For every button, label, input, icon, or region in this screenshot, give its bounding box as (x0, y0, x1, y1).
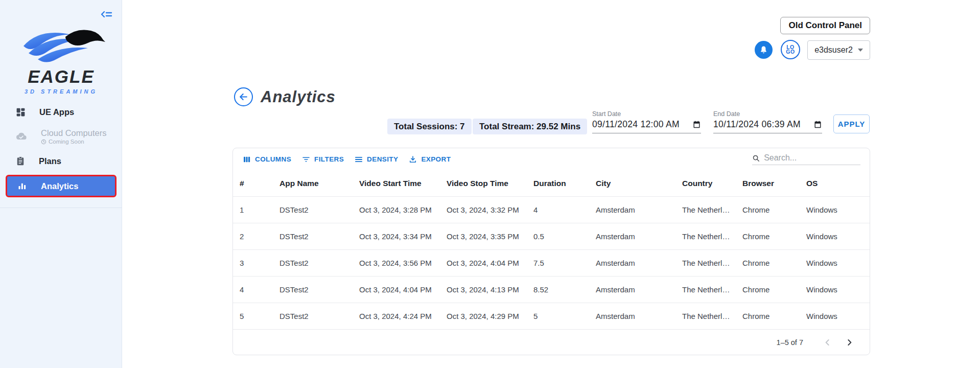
calendar-icon[interactable] (813, 120, 822, 129)
chevron-left-icon (823, 337, 833, 348)
table-header-row: #App NameVideo Start TimeVideo Stop Time… (233, 170, 870, 197)
cloud-icon (15, 130, 28, 143)
start-date-value: 09/11/2024 12:00 AM (592, 119, 680, 130)
density-button-label: DENSITY (367, 155, 398, 163)
sidebar: EAGLE 3D STREAMING UE Apps Cloud Compute… (0, 0, 122, 368)
table-body: 1DSTest2Oct 3, 2024, 3:28 PMOct 3, 2024,… (233, 197, 870, 330)
previous-page-button[interactable] (821, 335, 835, 350)
column-header[interactable]: Browser (737, 179, 801, 188)
search-icon (752, 154, 760, 163)
table-row[interactable]: 3DSTest2Oct 3, 2024, 3:56 PMOct 3, 2024,… (233, 250, 870, 277)
column-header[interactable]: City (591, 179, 677, 188)
table-cell: Amsterdam (591, 259, 677, 267)
table-cell: 2 (233, 232, 274, 241)
end-date-value: 10/11/2024 06:39 AM (713, 119, 801, 130)
column-header[interactable]: Video Stop Time (441, 179, 528, 188)
column-header[interactable]: Country (677, 179, 737, 188)
clipboard-icon (15, 155, 26, 167)
next-page-button[interactable] (842, 335, 856, 350)
old-control-panel-button[interactable]: Old Control Panel (780, 17, 870, 34)
export-button-label: EXPORT (421, 155, 451, 163)
table-cell: Amsterdam (591, 205, 677, 214)
table-cell: Oct 3, 2024, 4:04 PM (441, 259, 528, 267)
sidebar-item-label: Plans (39, 156, 61, 166)
view-columns-icon (242, 155, 251, 164)
columns-button[interactable]: COLUMNS (237, 152, 296, 167)
table-row[interactable]: 1DSTest2Oct 3, 2024, 3:28 PMOct 3, 2024,… (233, 197, 870, 223)
collapse-sidebar-icon[interactable] (100, 8, 112, 20)
app-logo-button[interactable]: LO GO (781, 40, 800, 59)
table-cell: Oct 3, 2024, 3:32 PM (441, 205, 528, 214)
search-input[interactable] (764, 153, 860, 163)
table-cell: Chrome (737, 205, 801, 214)
end-date-input[interactable]: End Date 10/11/2024 06:39 AM (713, 110, 822, 133)
table-cell: Amsterdam (591, 312, 677, 320)
column-header[interactable]: OS (801, 179, 870, 188)
table-cell: The Netherlan… (677, 259, 737, 267)
clock-icon (41, 139, 46, 145)
chevron-down-icon (858, 49, 863, 52)
table-row[interactable]: 4DSTest2Oct 3, 2024, 4:04 PMOct 3, 2024,… (233, 277, 870, 303)
table-cell: The Netherlan… (677, 205, 737, 214)
arrow-left-icon (239, 92, 248, 102)
table-cell: 7.5 (528, 259, 591, 267)
table-cell: Oct 3, 2024, 4:13 PM (441, 285, 528, 294)
apply-button[interactable]: APPLY (833, 114, 870, 133)
table-cell: DSTest2 (274, 312, 354, 320)
table-cell: Windows (801, 205, 870, 214)
column-header[interactable]: Video Start Time (354, 179, 441, 188)
table-cell: DSTest2 (274, 285, 354, 294)
sidebar-item-ue-apps[interactable]: UE Apps (0, 101, 122, 123)
table-cell: 8.52 (528, 285, 591, 294)
analytics-table: COLUMNS FILTERS DENSITY EXPORT (232, 148, 870, 355)
table-cell: Oct 3, 2024, 4:29 PM (441, 312, 528, 320)
logo-badge-text: GO (786, 50, 795, 55)
export-button[interactable]: EXPORT (403, 152, 456, 167)
filters-button-label: FILTERS (314, 155, 344, 163)
pagination-range: 1–5 of 7 (777, 338, 803, 347)
user-menu-label: e3dsuser2 (814, 45, 853, 55)
table-row[interactable]: 2DSTest2Oct 3, 2024, 3:34 PMOct 3, 2024,… (233, 223, 870, 250)
eagle-logo-icon (16, 27, 106, 66)
table-cell: Chrome (737, 259, 801, 267)
table-footer: 1–5 of 7 (233, 330, 870, 355)
sidebar-item-label: UE Apps (39, 107, 74, 117)
table-cell: Windows (801, 312, 870, 320)
grid-icon (15, 107, 26, 118)
column-header[interactable]: Duration (528, 179, 591, 188)
back-button[interactable] (234, 87, 253, 106)
density-button[interactable]: DENSITY (349, 152, 403, 167)
end-date-label: End Date (713, 110, 822, 118)
table-cell: DSTest2 (274, 259, 354, 267)
sidebar-item-label: Cloud Computers (41, 128, 106, 137)
brand-tagline: 3D STREAMING (0, 88, 122, 95)
table-search (752, 153, 860, 165)
sidebar-menu: UE Apps Cloud Computers Coming Soon (0, 101, 122, 200)
table-cell: 5 (528, 312, 591, 320)
table-cell: The Netherlan… (677, 312, 737, 320)
sidebar-divider (0, 208, 122, 208)
column-header[interactable]: App Name (274, 179, 354, 188)
table-cell: Oct 3, 2024, 3:35 PM (441, 232, 528, 241)
notifications-button[interactable] (755, 41, 773, 59)
start-date-input[interactable]: Start Date 09/11/2024 12:00 AM (592, 110, 701, 133)
table-cell: The Netherlan… (677, 232, 737, 241)
table-row[interactable]: 5DSTest2Oct 3, 2024, 4:24 PMOct 3, 2024,… (233, 303, 870, 330)
density-icon (354, 155, 363, 164)
table-cell: 1 (233, 205, 274, 214)
sidebar-item-plans[interactable]: Plans (0, 150, 122, 172)
filters-button[interactable]: FILTERS (296, 152, 349, 167)
table-cell: 3 (233, 259, 274, 267)
table-cell: Oct 3, 2024, 4:24 PM (354, 312, 441, 320)
column-header[interactable]: # (233, 179, 274, 188)
calendar-icon[interactable] (692, 120, 701, 129)
table-cell: 4 (233, 285, 274, 294)
table-cell: 5 (233, 312, 274, 320)
start-date-label: Start Date (592, 110, 701, 118)
sidebar-item-analytics[interactable]: Analytics (6, 175, 116, 197)
table-cell: Chrome (737, 232, 801, 241)
user-menu-button[interactable]: e3dsuser2 (807, 40, 870, 60)
table-cell: Oct 3, 2024, 3:34 PM (354, 232, 441, 241)
table-cell: Windows (801, 259, 870, 267)
table-cell: Chrome (737, 312, 801, 320)
